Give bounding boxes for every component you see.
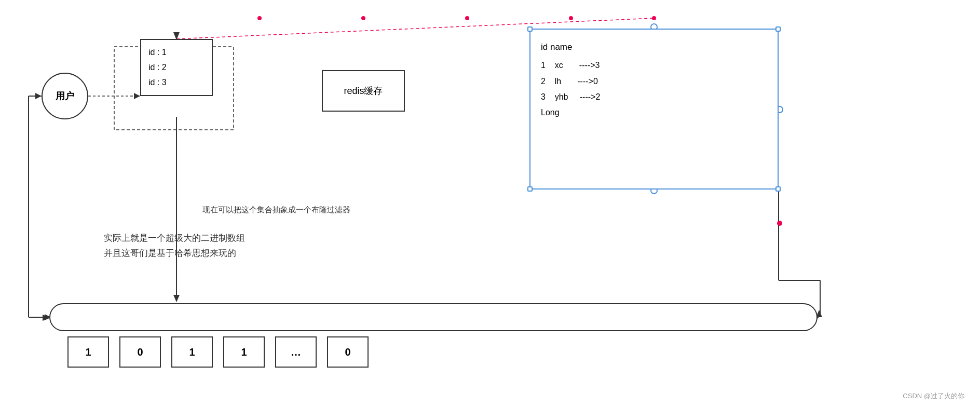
svg-point-26: [777, 221, 782, 226]
binary-label: 实际上就是一个超级大的二进制数组 并且这哥们是基于哈希思想来玩的: [104, 231, 245, 261]
cell-5: 0: [327, 336, 369, 368]
svg-point-5: [652, 16, 656, 20]
id-table-row2: id : 2: [148, 60, 205, 75]
filter-label: 现在可以把这个集合抽象成一个布隆过滤器: [202, 205, 350, 215]
redis-label: redis缓存: [344, 85, 383, 97]
binary-line2: 并且这哥们是基于哈希思想来玩的: [104, 246, 245, 261]
svg-marker-12: [173, 295, 180, 302]
user-circle: 用户: [42, 73, 88, 119]
cell-4: …: [275, 336, 317, 368]
id-table: id : 1 id : 2 id : 3: [140, 39, 213, 96]
svg-point-3: [465, 16, 469, 20]
cell-1: 0: [119, 336, 161, 368]
cell-row: 1 0 1 1 … 0: [67, 336, 379, 368]
id-table-row1: id : 1: [148, 45, 205, 60]
handle-bl: [527, 186, 533, 192]
svg-point-1: [257, 16, 262, 20]
svg-marker-9: [134, 93, 140, 99]
data-table-header: id name: [541, 39, 767, 56]
data-table-row3: 3 yhb ---->2: [541, 89, 767, 105]
cell-0: 1: [67, 336, 109, 368]
data-table-row2: 2 lh ---->0: [541, 74, 767, 89]
cell-3: 1: [223, 336, 265, 368]
handle-tr: [775, 26, 781, 32]
handle-tl: [527, 26, 533, 32]
data-table-footer: Long: [541, 105, 767, 120]
watermark: CSDN @过了火的你: [903, 391, 964, 401]
array-bar: [49, 303, 818, 331]
svg-point-2: [361, 16, 365, 20]
svg-point-4: [569, 16, 573, 20]
binary-line1: 实际上就是一个超级大的二进制数组: [104, 231, 245, 246]
handle-br: [775, 186, 781, 192]
data-table-row1: 1 xc ---->3: [541, 58, 767, 73]
redis-cache-box: redis缓存: [322, 70, 405, 112]
cell-2: 1: [171, 336, 213, 368]
svg-marker-20: [35, 93, 42, 99]
user-label: 用户: [56, 90, 74, 102]
id-table-row3: id : 3: [148, 75, 205, 90]
data-table: id name 1 xc ---->3 2 lh ---->0 3 yhb --…: [529, 29, 779, 190]
